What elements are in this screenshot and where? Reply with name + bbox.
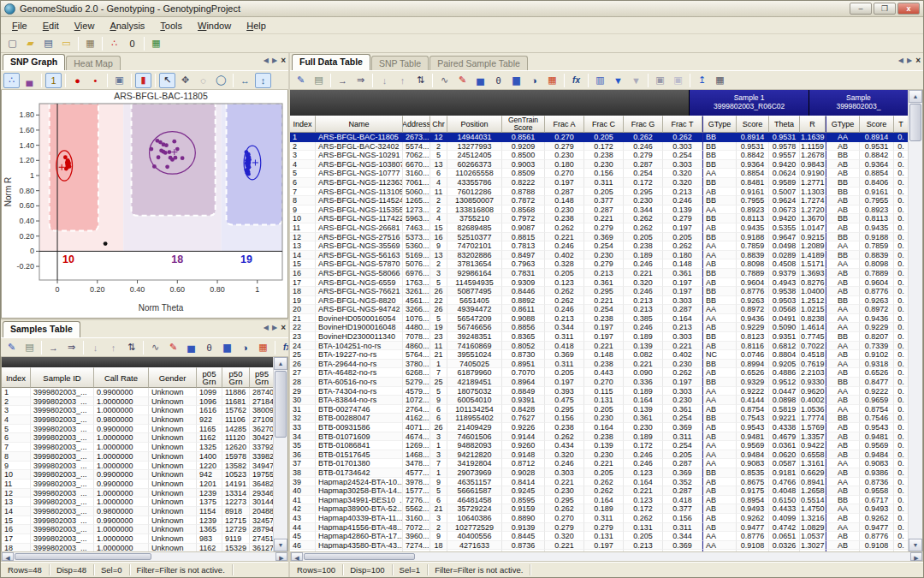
- column-header-r[interactable]: R: [800, 116, 826, 133]
- table-row[interactable]: 32BTB-002880474162...61189554020.76270.1…: [290, 414, 908, 423]
- panel-close-icon[interactable]: ×: [281, 323, 286, 332]
- table-row[interactable]: 4ARS-BFGL-NGS-1038076670...13602663730.9…: [290, 160, 908, 170]
- pointer-icon[interactable]: ↖: [159, 73, 175, 88]
- titlebar[interactable]: GenomeStudio 2.0 - Genotyping - Genotypi…: [1, 1, 923, 17]
- table-row[interactable]: 163999802003_...1.0000000Unknown13651272…: [2, 525, 273, 534]
- data-repository-icon[interactable]: ▦: [148, 36, 164, 51]
- project-wizard-icon[interactable]: ▦: [82, 36, 98, 51]
- menu-window[interactable]: Window: [190, 19, 239, 33]
- table-row[interactable]: 103999802003_...0.9900000Unknown94210523…: [2, 470, 273, 480]
- menu-tools[interactable]: Tools: [152, 19, 190, 33]
- snp-dots-icon[interactable]: ∴: [106, 36, 122, 51]
- table-row[interactable]: 18ARS-BFGL-NGS-766213261...26508774950.8…: [290, 287, 908, 296]
- column-header-gtype[interactable]: GType: [702, 116, 737, 133]
- panel-prev-icon[interactable]: ◀: [264, 57, 269, 64]
- table-row[interactable]: 21BovineHD05000160541076...5565472090.90…: [290, 314, 908, 324]
- sort-az-icon[interactable]: ⇅: [123, 340, 139, 355]
- restore-button[interactable]: ❐: [874, 3, 896, 15]
- marker-pen-icon[interactable]: ✎: [165, 340, 181, 355]
- table-row[interactable]: 11ARS-BFGL-NGS-266817463...15826894850.9…: [290, 223, 908, 233]
- filter-icon[interactable]: ▼: [610, 73, 626, 88]
- heatmap-icon[interactable]: ▦: [255, 340, 271, 355]
- histogram-plot-icon[interactable]: ▆: [508, 73, 524, 88]
- export-displayed-icon[interactable]: →: [335, 73, 351, 88]
- line-plot-icon[interactable]: ∿: [436, 73, 453, 88]
- line-plot-icon[interactable]: ∿: [147, 340, 163, 355]
- small-point-icon[interactable]: •: [87, 73, 104, 88]
- table-row[interactable]: 20ARS-BFGL-NGS-947423266...26493944720.8…: [290, 305, 908, 314]
- large-point-icon[interactable]: ●: [69, 73, 86, 88]
- scroll-thumb[interactable]: [275, 371, 287, 438]
- column-header-score[interactable]: Score: [860, 116, 894, 133]
- fit-x-axis-icon[interactable]: ↔: [237, 73, 253, 88]
- plots-per-page-icon[interactable]: 1: [45, 73, 62, 88]
- table-row[interactable]: 14ARS-BFGL-NGS-561635169...13832028860.8…: [290, 251, 908, 260]
- sort-az-icon[interactable]: ⇅: [412, 73, 429, 88]
- panel-prev-icon[interactable]: ◀: [898, 57, 903, 64]
- column-header-score[interactable]: Score: [737, 116, 769, 133]
- table-row[interactable]: 39Hapmap24524-BTA-10...3978...9463511570…: [290, 478, 908, 487]
- column-header-p95-grn[interactable]: p95 Grn: [250, 367, 273, 388]
- full-data-vertical-scrollbar[interactable]: ▲ ▼: [908, 90, 922, 551]
- table-row[interactable]: 31BTB-002747462764...61011342540.84280.2…: [290, 405, 908, 414]
- table-row[interactable]: 25BTA-19227-no-rs5764...21395510240.8730…: [290, 350, 908, 360]
- copy-plot-icon[interactable]: ▣: [111, 73, 127, 88]
- fill-selected-icon[interactable]: ✎: [3, 340, 20, 355]
- column-header-name[interactable]: Name: [316, 116, 403, 133]
- table-row[interactable]: 26BTA-29644-no-rs3780...174050250.89510.…: [290, 360, 908, 369]
- table-row[interactable]: 1ARS-BFGL-BAC-118052673...12149440310.85…: [290, 133, 908, 142]
- table-row[interactable]: 93999802003_...1.0000000Unknown122013582…: [2, 462, 273, 471]
- column-header-p50-grn[interactable]: p50 Grn: [222, 367, 250, 388]
- table-row[interactable]: 41Hapmap34991-BES10_...7276...6464814580…: [290, 496, 908, 505]
- table-row[interactable]: 3ARS-BFGL-NGS-102917062...5245124050.850…: [290, 151, 908, 160]
- scroll-up-icon[interactable]: ▲: [909, 90, 922, 103]
- table-row[interactable]: 22BovineHD19000160484480...19567466560.8…: [290, 323, 908, 332]
- table-row[interactable]: 43Hapmap40339-BTA-11...3160...3106403860…: [290, 514, 908, 523]
- column-header-chr[interactable]: Chr: [430, 116, 447, 133]
- table-row[interactable]: 143999802003_...0.9800000Unknown11548918…: [2, 507, 273, 516]
- snp-scatter-plot[interactable]: 00.200.400.600.801-0.2000.200.400.600.80…: [1, 90, 288, 319]
- table-row[interactable]: 17ARS-BFGL-NGS-65591763...51145949350.93…: [290, 278, 908, 288]
- sort-desc-icon[interactable]: ↑: [105, 340, 121, 355]
- table-row[interactable]: 33999802003_...1.0000000Unknown161615762…: [2, 406, 273, 415]
- menu-help[interactable]: Help: [239, 19, 274, 33]
- column-header-index[interactable]: Index: [2, 367, 31, 388]
- sort-desc-icon[interactable]: ↑: [394, 73, 411, 88]
- minimize-button[interactable]: –: [850, 3, 872, 15]
- tab-snp-table[interactable]: SNP Table: [371, 56, 429, 70]
- table-row[interactable]: 27BTA-46482-no-rs6268...7618799600.70700…: [290, 368, 908, 378]
- table-row[interactable]: 153999802003_...0.9900000Unknown12391271…: [2, 516, 273, 526]
- bar-plot-icon[interactable]: ▅: [183, 340, 199, 355]
- menu-analysis[interactable]: Analysis: [102, 19, 152, 33]
- table-row[interactable]: 29BTA-74304-no-rs4579...5180750320.88490…: [290, 387, 908, 396]
- table-row[interactable]: 63999802003_...1.0000000Unknown116211120…: [2, 433, 273, 443]
- table-row[interactable]: 73999802003_...1.0000000Unknown132512620…: [2, 443, 273, 452]
- table-row[interactable]: 12ARS-BFGL-NGS-275165373...16525103770.8…: [290, 233, 908, 242]
- tab-samples-table[interactable]: Samples Table: [3, 321, 80, 337]
- scroll-thumb[interactable]: [304, 553, 415, 560]
- column-chooser-icon[interactable]: ▥: [592, 73, 608, 88]
- tab-paired-sample-table[interactable]: Paired Sample Table: [429, 56, 528, 70]
- pie-chart-icon[interactable]: ◑: [526, 73, 542, 88]
- panel-prev-icon[interactable]: ◀: [264, 324, 269, 331]
- table-row[interactable]: 40Hapmap30258-BTA-14...1577...5566615870…: [290, 486, 908, 496]
- scroll-left-icon[interactable]: ◀: [2, 552, 14, 561]
- table-row[interactable]: 133999802003_...1.0000000Unknown13751227…: [2, 498, 273, 507]
- increment-rows-icon[interactable]: ↥: [694, 73, 710, 88]
- cluster-shading-icon[interactable]: ▮: [135, 73, 151, 88]
- table-row[interactable]: 183999802003_...1.0000000Unknown11621532…: [2, 544, 273, 551]
- column-header-gentrain-score[interactable]: GenTrain Score: [502, 116, 545, 133]
- fill-selected-icon[interactable]: ✎: [293, 73, 309, 88]
- scroll-down-icon[interactable]: ▼: [274, 539, 287, 551]
- column-header-gender[interactable]: Gender: [149, 367, 197, 388]
- table-row[interactable]: 23999802003_...1.0000000Unknown109611681…: [2, 397, 273, 407]
- column-header-frac-a[interactable]: Frac A: [545, 116, 584, 133]
- copy-cells-icon[interactable]: ▤: [311, 73, 327, 88]
- fx-icon[interactable]: fx: [568, 73, 584, 88]
- histogram-plot-icon[interactable]: ▆: [219, 340, 235, 355]
- marker-pen-icon[interactable]: ✎: [454, 73, 471, 88]
- pan-hand-icon[interactable]: ✥: [177, 73, 193, 88]
- menu-edit[interactable]: Edit: [35, 19, 67, 33]
- menu-view[interactable]: View: [67, 19, 103, 33]
- table-row[interactable]: 38BTB-017346424577...1290739690.90280.30…: [290, 468, 908, 478]
